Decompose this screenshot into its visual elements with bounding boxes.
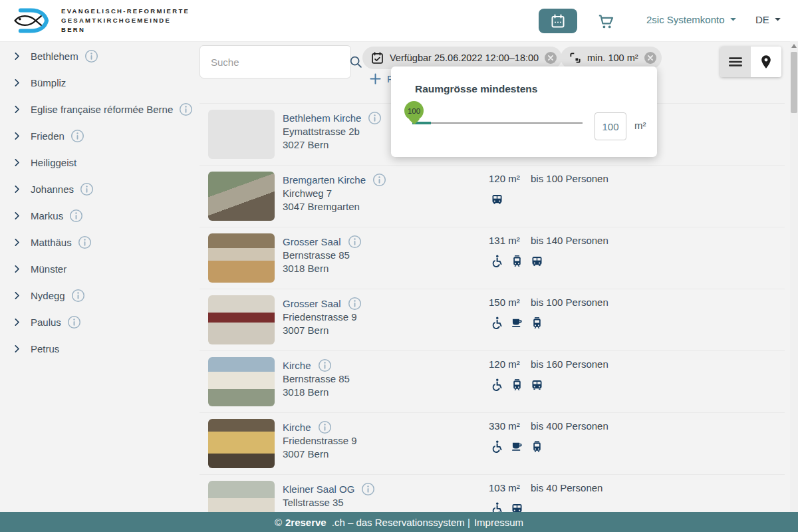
sidebar-item[interactable]: Matthäus (0, 229, 194, 255)
sidebar-item-label: Markus (31, 210, 63, 221)
area-size-icon (569, 51, 582, 65)
calendar-button[interactable] (539, 9, 577, 33)
account-menu[interactable]: 2sic Systemkonto (646, 14, 737, 25)
info-icon[interactable] (78, 235, 92, 249)
close-icon[interactable] (644, 51, 657, 65)
info-icon[interactable] (318, 420, 332, 434)
info-icon[interactable] (69, 209, 83, 223)
info-icon[interactable] (84, 49, 98, 63)
size-slider-thumb[interactable]: 100 (404, 101, 424, 120)
logo[interactable]: EVANGELISCH-REFORMIERTE GESAMTKIRCHGEMEI… (12, 5, 190, 36)
info-icon[interactable] (67, 315, 81, 329)
wheelchair-icon (490, 254, 504, 268)
room-name: Grosser Saal (283, 297, 341, 311)
room-name: Kirche (283, 359, 311, 372)
top-bar: EVANGELISCH-REFORMIERTE GESAMTKIRCHGEMEI… (0, 0, 798, 42)
sidebar-item[interactable]: Bethlehem (0, 43, 194, 69)
sidebar-item-label: Johannes (31, 184, 74, 195)
sidebar-item[interactable]: Paulus (0, 309, 194, 335)
search-icon[interactable] (348, 55, 363, 69)
tram-icon (530, 316, 544, 330)
chevron-right-icon (12, 104, 22, 114)
room-list-item[interactable]: Grosser Saal Bernstrasse 85 3018 Bern 13… (200, 227, 785, 289)
room-name: Kirche (283, 421, 311, 434)
info-icon[interactable] (71, 289, 85, 303)
sidebar-item[interactable]: Eglise française réformée Berne (0, 96, 194, 122)
room-size: 330 m² (489, 420, 520, 432)
info-icon[interactable] (361, 482, 375, 496)
vertical-scrollbar (790, 41, 798, 512)
room-address: Bernstrasse 85 (283, 249, 362, 262)
room-name: Bremgarten Kirche (283, 174, 366, 187)
room-amenities (490, 254, 544, 268)
cart-icon (597, 13, 617, 31)
sidebar-item[interactable]: Johannes (0, 176, 194, 202)
availability-filter-chip[interactable]: Verfügbar 25.06.2022 12:00–18:00 (362, 47, 562, 69)
search-input[interactable] (200, 57, 348, 68)
info-icon[interactable] (368, 111, 382, 125)
size-unit-label: m² (634, 120, 646, 131)
room-capacity: bis 100 Personen (531, 173, 608, 184)
impressum-link[interactable]: Impressum (474, 517, 523, 528)
room-address: Tellstrasse 35 (283, 496, 375, 509)
info-icon[interactable] (318, 358, 332, 372)
sidebar-item[interactable]: Münster (0, 255, 194, 282)
language-label: DE (755, 14, 769, 25)
info-icon[interactable] (348, 235, 362, 249)
fish-logo-icon (12, 5, 55, 36)
sidebar-item[interactable]: Heiliggeist (0, 149, 194, 176)
scroll-up-arrow[interactable] (791, 44, 797, 48)
sidebar-item[interactable]: Markus (0, 202, 194, 229)
chevron-right-icon (12, 184, 22, 194)
cart-button[interactable] (597, 11, 617, 31)
chevron-right-icon (12, 131, 22, 141)
size-filter-chip[interactable]: min. 100 m² (561, 47, 662, 69)
room-photo (208, 357, 275, 406)
room-name: Grosser Saal (283, 235, 341, 249)
info-icon[interactable] (348, 297, 362, 311)
map-view-button[interactable] (751, 47, 781, 77)
room-photo (208, 295, 275, 344)
room-address: Friedenstrasse 9 (283, 434, 357, 448)
sidebar-item[interactable]: Frieden (0, 122, 194, 149)
tram-icon (530, 440, 544, 454)
calendar-icon (550, 13, 566, 29)
room-city: 3018 Bern (283, 386, 350, 399)
footer-tagline: .ch – das Reservationssystem | (332, 517, 470, 528)
scrollbar-thumb[interactable] (791, 52, 797, 113)
sidebar-item[interactable]: Petrus (0, 335, 194, 362)
sidebar-item[interactable]: Bümpliz (0, 69, 194, 96)
room-list-item[interactable]: Bremgarten Kirche Kirchweg 7 3047 Bremga… (200, 166, 785, 227)
room-capacity: bis 160 Personen (531, 358, 608, 370)
brand-name: EVANGELISCH-REFORMIERTE GESAMTKIRCHGEMEI… (61, 7, 190, 35)
room-name: Bethlehem Kirche (283, 112, 361, 125)
info-icon[interactable] (372, 173, 386, 187)
list-view-button[interactable] (720, 47, 751, 77)
sidebar-item-label: Matthäus (31, 237, 72, 248)
wheelchair-icon (490, 378, 504, 392)
info-icon[interactable] (179, 102, 193, 116)
chevron-right-icon (12, 51, 22, 61)
room-list-item[interactable]: Kirche Friedenstrasse 9 3007 Bern 330 m²… (200, 413, 785, 475)
room-amenities (490, 378, 544, 392)
room-list-item[interactable]: Kirche Bernstrasse 85 3018 Bern 120 m² b… (200, 351, 785, 413)
coffee-icon (510, 316, 524, 330)
footer-copyright: © (275, 517, 282, 528)
info-icon[interactable] (80, 182, 94, 196)
room-photo (208, 419, 275, 468)
room-size: 150 m² (489, 297, 520, 308)
room-list-item[interactable]: Grosser Saal Friedenstrasse 9 3007 Bern … (200, 289, 785, 351)
sidebar-item[interactable]: Nydegg (0, 282, 194, 309)
room-city: 3047 Bremgarten (283, 200, 386, 213)
size-value-input[interactable] (595, 112, 626, 140)
room-capacity: bis 140 Personen (531, 235, 608, 246)
room-photo (208, 172, 275, 221)
close-icon[interactable] (544, 51, 557, 65)
room-capacity: bis 40 Personen (531, 482, 602, 493)
sidebar-item-label: Heiliggeist (31, 157, 76, 168)
room-amenities (490, 440, 544, 454)
language-menu[interactable]: DE (755, 14, 781, 25)
info-icon[interactable] (70, 129, 84, 143)
chevron-right-icon (12, 264, 22, 274)
size-slider-track[interactable] (412, 122, 583, 124)
